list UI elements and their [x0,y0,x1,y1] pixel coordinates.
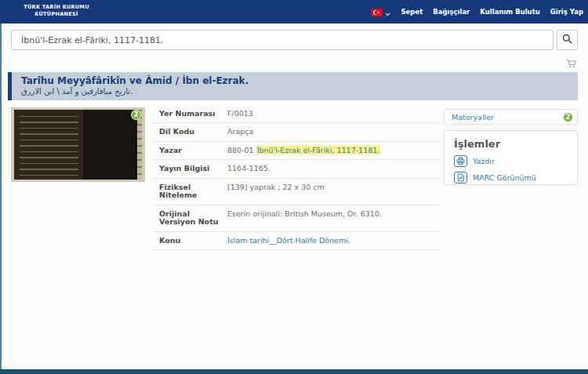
library-catalog-page: TÜRK TARİH KURUMU KÜTÜPHANESİ Sepet B [0,0,588,374]
turkish-flag-icon [371,5,383,20]
detail-label: Fiziksel Niteleme [159,183,227,200]
actions-panel: İşlemler Yazdır MARC Görünümü [444,130,578,185]
top-bar: TÜRK TARİH KURUMU KÜTÜPHANESİ Sepet B [0,0,588,24]
site-logo[interactable]: TÜRK TARİH KURUMU KÜTÜPHANESİ [20,4,93,19]
detail-label: Yazar [159,147,227,154]
manuscript-left-page [14,110,83,180]
nav-cart-link[interactable]: Sepet [401,8,423,16]
chevron-down-icon [385,5,390,20]
record-thumbnail[interactable]: 2 [11,107,145,182]
nav-donors-link[interactable]: Bağışçılar [433,8,470,16]
record-title-banner: Tarîhu Meyyâfârikîn ve Âmid / İbn el-Ezr… [8,72,578,100]
detail-label: Konu [159,237,227,245]
print-label: Yazdır [473,157,495,165]
detail-row-publication: Yayın Bilgisi 1164-1165. [153,160,440,178]
search-icon [562,34,572,46]
marc-view-label: MARC Görünümü [473,173,536,182]
cart-icon[interactable] [566,56,577,71]
detail-row-subject: Konu İslam tarihi__Dört Halife Dönemi. [153,232,440,250]
nav-usage-cloud-link[interactable]: Kullanım Bulutu [480,8,539,16]
logo-line1: TÜRK TARİH KURUMU [20,4,93,11]
detail-value: Eserin orijinali: British Museum, Or. 63… [227,210,382,218]
manuscript-right-page [83,110,137,180]
logo-line2: KÜTÜPHANESİ [20,11,93,18]
manuscript-page-edges [137,110,142,180]
search-button[interactable] [557,30,578,50]
detail-row-original-version-note: Orijinal Versiyon Notu Eserin orijinali:… [153,205,440,232]
author-prefix: 880-01 [227,146,256,154]
materials-panel-header[interactable]: Materyaller 2 [444,109,578,125]
materials-label: Materyaller [452,113,494,122]
detail-value: 880-01 İbnü'l-Ezrak el-Fāriki, 1117-1181… [227,147,380,154]
actions-title: İşlemler [454,138,568,150]
top-nav: Sepet Bağışçılar Kullanım Bulutu Giriş Y… [371,0,583,24]
detail-label: Yer Numarası [159,110,227,118]
search-input[interactable] [11,30,554,50]
detail-row-physical-description: Fiziksel Niteleme [139] yaprak ; 22 x 30… [153,179,440,205]
print-link[interactable]: Yazdır [454,155,568,167]
nav-login-link[interactable]: Giriş Yap [550,8,583,16]
materials-count-badge: 2 [563,112,573,122]
printer-icon [454,155,467,167]
detail-value: 1164-1165. [227,165,270,172]
window-left-edge [0,24,2,369]
detail-value: Arapça [227,128,253,136]
detail-value: F/0013 [227,110,253,118]
record-title-arabic: تاريخ ميافارقين و آمد \ ابن الازرق. [21,87,578,96]
detail-row-language: Dil Kodu Arapça [153,123,440,141]
thumbnail-count-badge: 2 [131,110,141,120]
bottom-bar [0,369,588,374]
marc-view-link[interactable]: MARC Görünümü [454,172,568,183]
author-link[interactable]: İbnü'l-Ezrak el-Fāriki, 1117-1181. [256,146,381,154]
marc-document-icon [454,172,467,183]
language-selector[interactable] [371,5,390,20]
detail-row-call-number: Yer Numarası F/0013 [153,105,440,123]
detail-label: Dil Kodu [159,128,227,136]
subject-link[interactable]: İslam tarihi__Dört Halife Dönemi. [227,237,350,245]
detail-row-author: Yazar 880-01 İbnü'l-Ezrak el-Fāriki, 111… [153,142,440,160]
detail-label: Yayın Bilgisi [159,165,227,172]
detail-label: Orijinal Versiyon Notu [159,210,227,227]
detail-value: [139] yaprak ; 22 x 30 cm [227,183,325,191]
record-title: Tarîhu Meyyâfârikîn ve Âmid / İbn el-Ezr… [21,75,578,86]
record-details: Yer Numarası F/0013 Dil Kodu Arapça Yaza… [153,105,440,250]
manuscript-image [14,110,142,180]
